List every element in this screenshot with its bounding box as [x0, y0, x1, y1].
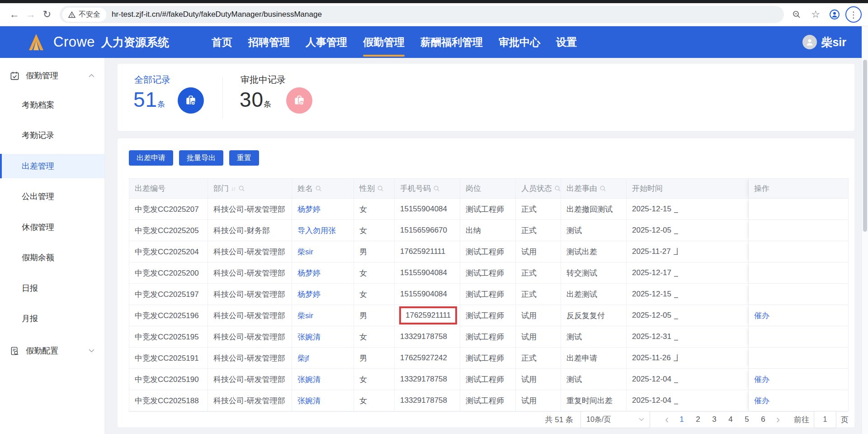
- column-header-4[interactable]: 性别: [354, 179, 395, 199]
- cell-name: 张婉清: [292, 326, 354, 348]
- employee-name-link[interactable]: 杨梦婷: [297, 289, 321, 300]
- urge-link[interactable]: 催办: [754, 310, 769, 321]
- prev-page-icon[interactable]: ‹: [660, 411, 674, 428]
- next-page-icon[interactable]: ›: [771, 411, 785, 428]
- reset-button[interactable]: 重置: [229, 150, 259, 166]
- urge-link[interactable]: 催办: [754, 396, 769, 406]
- nav-tab-2[interactable]: 招聘管理: [247, 26, 291, 59]
- search-icon: [554, 185, 561, 192]
- batch-export-button[interactable]: 批量导出: [179, 150, 223, 166]
- sidebar-item-8[interactable]: 月报: [0, 306, 104, 331]
- urge-link[interactable]: 催办: [754, 374, 769, 385]
- forward-icon[interactable]: →: [23, 6, 39, 23]
- zoom-icon[interactable]: [788, 6, 805, 23]
- cell-trip-id: 中竞发CC2025205: [129, 220, 208, 241]
- cell-reason: 测试: [561, 369, 627, 390]
- column-header-8[interactable]: 出差事由: [561, 179, 627, 199]
- sidebar-item-2[interactable]: 考勤记录: [0, 123, 104, 148]
- column-header-9[interactable]: 开始时间: [627, 179, 749, 199]
- bookmark-star-icon[interactable]: ☆: [807, 6, 824, 23]
- start-date: 2025-12-31: [632, 332, 671, 341]
- nav-tab-1[interactable]: 首页: [211, 26, 233, 59]
- search-icon[interactable]: [599, 185, 606, 192]
- sidebar-item-3[interactable]: 出差管理: [0, 154, 104, 178]
- page-number-4[interactable]: 4: [722, 415, 739, 424]
- employee-name-link[interactable]: 柴sir: [297, 310, 313, 321]
- employee-name-link[interactable]: 柴sir: [297, 247, 313, 257]
- cell-department: 科技公司-财务部: [208, 220, 292, 241]
- page-number-3[interactable]: 3: [706, 415, 722, 424]
- sort-icons[interactable]: ↓↑: [231, 185, 235, 192]
- employee-name-link[interactable]: 导入勿用张: [297, 225, 336, 236]
- cell-name: 杨梦婷: [292, 262, 354, 284]
- column-header-10[interactable]: 操作: [749, 179, 848, 199]
- nav-tab-4[interactable]: 假勤管理: [362, 26, 406, 59]
- search-icon[interactable]: [315, 185, 322, 192]
- cell-start-time: 2025-12-05_: [627, 220, 749, 241]
- search-icon[interactable]: [377, 185, 384, 192]
- page-number-6[interactable]: 6: [755, 415, 771, 424]
- business-trip-apply-button[interactable]: 出差申请: [129, 150, 173, 166]
- avatar: [802, 35, 817, 49]
- cell-reason: 测试: [561, 326, 627, 348]
- employee-name-link[interactable]: 杨梦婷: [297, 204, 321, 215]
- search-icon[interactable]: [433, 185, 440, 192]
- refresh-icon[interactable]: ↻: [39, 6, 55, 23]
- browser-menu-icon[interactable]: ⋮: [845, 6, 862, 23]
- cell-post: 测试工程师: [460, 348, 516, 369]
- sidebar-item-7[interactable]: 日报: [0, 276, 104, 300]
- sidebar: 假勤管理 考勤档案考勤记录出差管理公出管理休假管理假期余额日报月报 假勤配置: [0, 58, 105, 434]
- page-number-2[interactable]: 2: [690, 415, 706, 424]
- employee-name-link[interactable]: 杨梦婷: [297, 268, 321, 278]
- cell-name: 柴sir: [292, 305, 354, 326]
- cell-action: [749, 348, 848, 369]
- sidebar-item-5[interactable]: 休假管理: [0, 215, 104, 239]
- cell-post: 测试工程师: [460, 199, 516, 220]
- browser-profile-icon[interactable]: [826, 6, 843, 23]
- page-number-5[interactable]: 5: [739, 415, 755, 424]
- employee-name-link[interactable]: 张婉清: [297, 396, 321, 406]
- sidebar-group-config[interactable]: 假勤配置: [0, 339, 104, 363]
- nav-tab-7[interactable]: 设置: [555, 26, 578, 59]
- cell-start-time: 2025-12-15_: [627, 199, 749, 220]
- cell-status: 正式: [516, 348, 561, 369]
- table-card: 出差申请 批量导出 重置 出差编号部门↓↑姓名性别手机号码岗位人员状态出差事由开…: [118, 138, 854, 427]
- employee-name-link[interactable]: 柴jf: [297, 353, 309, 363]
- cell-department: 科技公司-研发管理部: [208, 284, 292, 305]
- column-label: 出差事由: [566, 183, 597, 194]
- page-number-1[interactable]: 1: [674, 415, 690, 424]
- table-header-row: 出差编号部门↓↑姓名性别手机号码岗位人员状态出差事由开始时间操作: [129, 179, 848, 199]
- sidebar-item-6[interactable]: 假期余额: [0, 245, 104, 270]
- address-bar[interactable]: 不安全 hr-test.zjf-it.cn/#/fakeDuty/fakeDut…: [60, 6, 784, 23]
- back-icon[interactable]: ←: [6, 6, 23, 23]
- column-header-2[interactable]: 部门↓↑: [208, 179, 292, 199]
- cell-department: 科技公司-研发管理部: [208, 305, 292, 326]
- employee-name-link[interactable]: 张婉清: [297, 332, 321, 342]
- search-icon[interactable]: [238, 185, 245, 192]
- business-trip-table: 出差编号部门↓↑姓名性别手机号码岗位人员状态出差事由开始时间操作 中竞发CC20…: [129, 178, 849, 412]
- scrollbar-thumb[interactable]: [863, 60, 867, 232]
- column-header-6[interactable]: 岗位: [460, 179, 516, 199]
- employee-name-link[interactable]: 张婉清: [297, 374, 321, 385]
- goto-page-input[interactable]: [814, 411, 836, 428]
- search-icon[interactable]: [554, 185, 561, 192]
- column-header-7[interactable]: 人员状态: [516, 179, 561, 199]
- security-chip[interactable]: 不安全: [62, 8, 106, 22]
- sidebar-item-4[interactable]: 公出管理: [0, 184, 104, 209]
- sidebar-item-1[interactable]: 考勤档案: [0, 93, 104, 117]
- nav-tab-6[interactable]: 审批中心: [498, 26, 541, 59]
- nav-tab-5[interactable]: 薪酬福利管理: [420, 26, 484, 59]
- sidebar-group-attendance[interactable]: 假勤管理: [0, 63, 104, 88]
- clipped-time-text: _: [674, 375, 678, 384]
- column-header-3[interactable]: 姓名: [292, 179, 354, 199]
- column-header-5[interactable]: 手机号码: [395, 179, 460, 199]
- cell-start-time: 2025-12-15_: [627, 284, 749, 305]
- user-menu[interactable]: 柴sir: [802, 35, 846, 50]
- start-date: 2025-12-15: [632, 290, 671, 299]
- table-row: 中竞发CC2025188科技公司-研发管理部张婉清女13329178758测试工…: [129, 390, 848, 411]
- nav-tab-3[interactable]: 人事管理: [305, 26, 348, 59]
- page-size-select[interactable]: 10条/页: [580, 411, 650, 428]
- cell-action: 催办: [749, 369, 848, 390]
- cell-action: 催办: [749, 390, 848, 411]
- column-header-1[interactable]: 出差编号: [129, 179, 208, 199]
